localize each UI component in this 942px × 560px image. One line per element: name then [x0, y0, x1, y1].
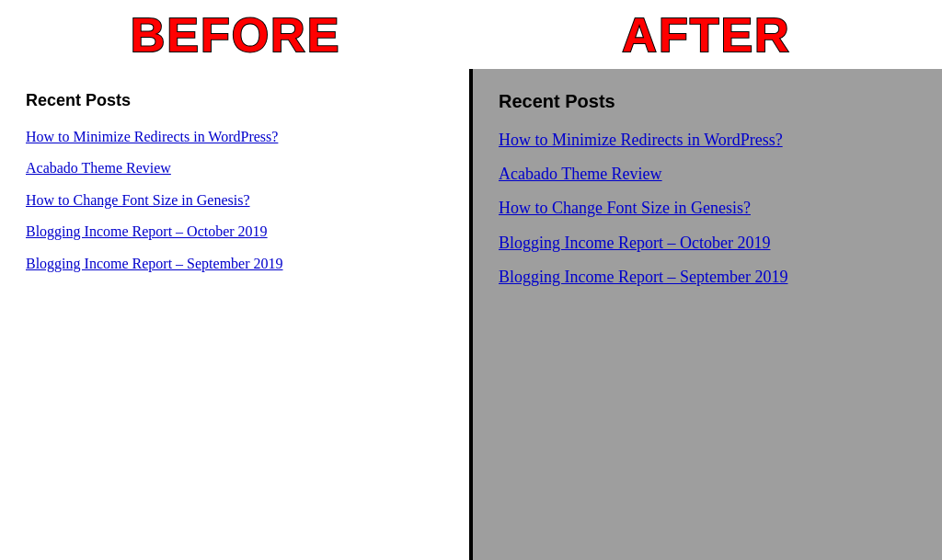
list-item: How to Change Font Size in Genesis?	[499, 197, 916, 220]
before-post-link-2[interactable]: Acabado Theme Review	[26, 158, 443, 178]
list-item: How to Minimize Redirects in WordPress?	[499, 129, 916, 152]
main-container: BEFORE AFTER Recent Posts How to Minimiz…	[0, 0, 942, 560]
panel-after: Recent Posts How to Minimize Redirects i…	[473, 69, 942, 560]
before-post-link-5[interactable]: Blogging Income Report – September 2019	[26, 254, 443, 274]
list-item: How to Minimize Redirects in WordPress?	[26, 127, 443, 147]
panel-before: Recent Posts How to Minimize Redirects i…	[0, 69, 469, 560]
after-label: AFTER	[622, 7, 790, 63]
list-item: Blogging Income Report – October 2019	[26, 222, 443, 242]
before-post-link-3[interactable]: How to Change Font Size in Genesis?	[26, 190, 443, 211]
list-item: Blogging Income Report – October 2019	[499, 232, 916, 255]
after-post-link-4[interactable]: Blogging Income Report – October 2019	[499, 232, 916, 255]
list-item: Blogging Income Report – September 2019	[499, 266, 916, 289]
after-post-link-5[interactable]: Blogging Income Report – September 2019	[499, 266, 916, 289]
before-section-title: Recent Posts	[26, 91, 443, 110]
before-post-list: How to Minimize Redirects in WordPress? …	[26, 127, 443, 285]
content-row: Recent Posts How to Minimize Redirects i…	[0, 69, 942, 560]
after-post-list: How to Minimize Redirects in WordPress? …	[499, 129, 916, 300]
list-item: Blogging Income Report – September 2019	[26, 254, 443, 274]
after-post-link-1[interactable]: How to Minimize Redirects in WordPress?	[499, 129, 916, 152]
after-post-link-2[interactable]: Acabado Theme Review	[499, 163, 916, 186]
after-post-link-3[interactable]: How to Change Font Size in Genesis?	[499, 197, 916, 220]
before-post-link-1[interactable]: How to Minimize Redirects in WordPress?	[26, 127, 443, 147]
before-label: BEFORE	[131, 7, 341, 63]
header-before: BEFORE	[0, 0, 471, 69]
list-item: Acabado Theme Review	[26, 158, 443, 178]
after-section-title: Recent Posts	[499, 91, 916, 112]
before-post-link-4[interactable]: Blogging Income Report – October 2019	[26, 222, 443, 242]
header-row: BEFORE AFTER	[0, 0, 942, 69]
list-item: Acabado Theme Review	[499, 163, 916, 186]
list-item: How to Change Font Size in Genesis?	[26, 190, 443, 211]
header-after: AFTER	[471, 0, 942, 69]
